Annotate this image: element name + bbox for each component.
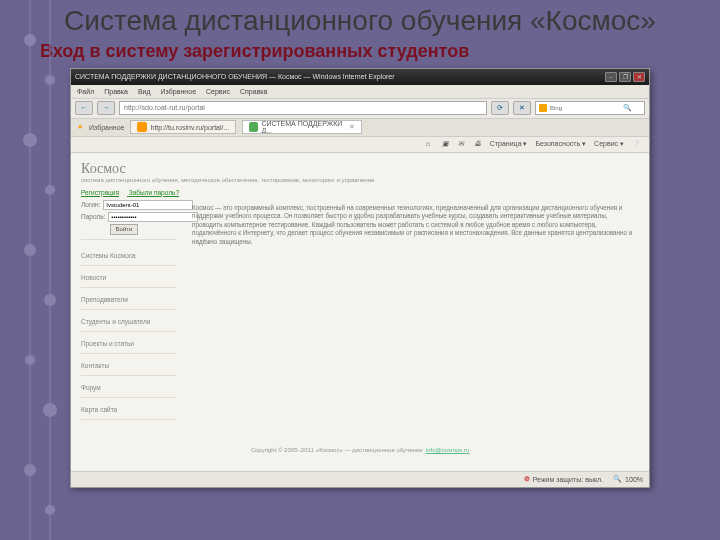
zoom-value: 100% (625, 476, 643, 483)
safety-menu[interactable]: Безопасность ▾ (535, 140, 586, 148)
register-link[interactable]: Регистрация (81, 189, 119, 196)
tab-1-label: http://tu.rosinv.ru/portal/... (150, 124, 229, 131)
footer-copyright: Copyright © 2005–2011 «Космос» — дистанц… (251, 447, 423, 453)
rss-icon: ▣ (442, 140, 450, 148)
tab-2-label: СИСТЕМА ПОДДЕРЖКИ Д... (261, 120, 346, 134)
sidebar-item-teachers[interactable]: Преподаватели (81, 290, 176, 310)
svg-point-11 (45, 505, 55, 515)
browser-window: СИСТЕМА ПОДДЕРЖКИ ДИСТАНЦИОННОГО ОБУЧЕНИ… (70, 68, 650, 488)
tab-close-icon[interactable]: ✕ (349, 123, 355, 131)
favorites-label[interactable]: Избранное (89, 124, 124, 131)
menu-tools[interactable]: Сервис (206, 88, 230, 95)
sidebar-item-students[interactable]: Студенты и слушатели (81, 312, 176, 332)
sidebar-item-systems[interactable]: Системы Космоса (81, 246, 176, 266)
main-area: Космос — это программный комплекс, постр… (186, 200, 639, 420)
tools-menu[interactable]: Сервис ▾ (594, 140, 624, 148)
maximize-button[interactable]: ❐ (619, 72, 631, 82)
menu-favorites[interactable]: Избранное (161, 88, 196, 95)
svg-point-9 (43, 403, 57, 417)
minimize-button[interactable]: – (605, 72, 617, 82)
footer-mail-link[interactable]: info@cosmos.ru (426, 447, 469, 453)
address-bar[interactable]: http://sdo.roat-rut.ru/portal (119, 101, 487, 115)
sidebar-item-projects[interactable]: Проекты и статьи (81, 334, 176, 354)
page-content: Космос система дистанционного обучения, … (71, 153, 649, 471)
command-bar: ⌂ ▣ ✉ 🖶 Страница ▾ Безопасность ▾ Сервис… (71, 137, 649, 153)
tab-bar: ★ Избранное http://tu.rosinv.ru/portal/.… (71, 119, 649, 137)
search-input[interactable] (550, 105, 620, 111)
svg-point-8 (25, 355, 35, 365)
forward-button[interactable]: → (97, 101, 115, 115)
svg-point-7 (44, 294, 56, 306)
print-button[interactable]: 🖶 (474, 140, 482, 148)
menu-view[interactable]: Вид (138, 88, 151, 95)
status-security: ⊘ Режим защиты: выкл. (524, 475, 603, 483)
site-tagline: система дистанционного обучения, методич… (71, 177, 649, 187)
mail-button[interactable]: ✉ (458, 140, 466, 148)
bing-icon (539, 104, 547, 112)
refresh-button[interactable]: ⟳ (491, 101, 509, 115)
close-button[interactable]: ✕ (633, 72, 645, 82)
login-pass-label: Пароль: (81, 213, 105, 220)
sidebar-item-forum[interactable]: Форум (81, 378, 176, 398)
home-button[interactable]: ⌂ (426, 140, 434, 148)
status-security-label: Режим защиты: выкл. (533, 476, 603, 483)
back-button[interactable]: ← (75, 101, 93, 115)
mail-icon: ✉ (458, 140, 466, 148)
forgot-link[interactable]: Забыли пароль? (129, 189, 179, 196)
menu-edit[interactable]: Правка (104, 88, 128, 95)
login-pass-input[interactable] (108, 212, 198, 222)
login-button[interactable]: Войти (110, 224, 138, 235)
svg-point-10 (24, 464, 36, 476)
menu-help[interactable]: Справка (240, 88, 267, 95)
svg-point-5 (45, 185, 55, 195)
tab-1-favicon (137, 122, 147, 132)
svg-point-3 (45, 75, 55, 85)
login-user-input[interactable] (103, 200, 193, 210)
window-titlebar: СИСТЕМА ПОДДЕРЖКИ ДИСТАНЦИОННОГО ОБУЧЕНИ… (71, 69, 649, 85)
login-user-label: Логин: (81, 201, 100, 208)
tab-1[interactable]: http://tu.rosinv.ru/portal/... (130, 120, 236, 134)
status-zoom[interactable]: 🔍 100% (613, 475, 643, 483)
shield-off-icon: ⊘ (524, 475, 530, 483)
page-menu[interactable]: Страница ▾ (490, 140, 528, 148)
intro-paragraph: Космос — это программный комплекс, постр… (192, 204, 633, 247)
sidebar-item-contacts[interactable]: Контакты (81, 356, 176, 376)
page-footer: Copyright © 2005–2011 «Космос» — дистанц… (71, 447, 649, 453)
home-icon: ⌂ (426, 140, 434, 148)
sidebar-item-sitemap[interactable]: Карта сайта (81, 400, 176, 420)
tab-2[interactable]: СИСТЕМА ПОДДЕРЖКИ Д... ✕ (242, 120, 362, 134)
tab-2-favicon (249, 122, 258, 132)
slide-decor-dots (10, 0, 70, 540)
feeds-button[interactable]: ▣ (442, 140, 450, 148)
stop-button[interactable]: ✕ (513, 101, 531, 115)
menu-bar: Файл Правка Вид Избранное Сервис Справка (71, 85, 649, 99)
slide-title: Система дистанционного обучения «Космос» (0, 0, 720, 37)
sidebar-item-news[interactable]: Новости (81, 268, 176, 288)
slide-subtitle: Вход в систему зарегистрированных студен… (0, 37, 720, 68)
search-box[interactable]: 🔍 (535, 101, 645, 115)
status-bar: ⊘ Режим защиты: выкл. 🔍 100% (71, 471, 649, 487)
zoom-icon: 🔍 (613, 475, 622, 483)
nav-bar: ← → http://sdo.roat-rut.ru/portal ⟳ ✕ 🔍 (71, 99, 649, 119)
favorites-star-icon[interactable]: ★ (77, 123, 83, 131)
search-go-icon[interactable]: 🔍 (623, 104, 632, 112)
login-form: Логин: Пароль: Войти (81, 200, 176, 240)
help-button[interactable]: ❔ (632, 140, 641, 148)
svg-point-4 (23, 133, 37, 147)
auth-links: Регистрация Забыли пароль? (71, 187, 649, 198)
print-icon: 🖶 (474, 140, 482, 148)
menu-file[interactable]: Файл (77, 88, 94, 95)
window-title: СИСТЕМА ПОДДЕРЖКИ ДИСТАНЦИОННОГО ОБУЧЕНИ… (75, 73, 395, 80)
svg-point-6 (24, 244, 36, 256)
sidebar: Логин: Пароль: Войти Системы Космоса Нов… (81, 200, 176, 420)
site-brand: Космос (71, 153, 649, 177)
